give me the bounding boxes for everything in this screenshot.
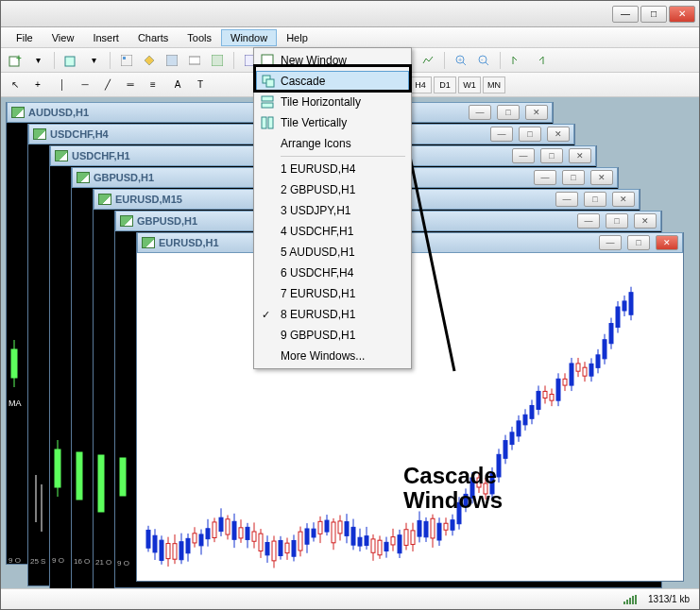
market-watch-icon[interactable] (116, 51, 137, 70)
menu-label: New Window (281, 54, 347, 67)
svg-rect-188 (262, 96, 273, 101)
menu-cascade[interactable]: Cascade (256, 71, 409, 92)
menu-label: Arrange Icons (281, 137, 351, 150)
minimize-button[interactable]: — (612, 6, 639, 23)
svg-text:-: - (481, 56, 484, 62)
fibonacci-icon[interactable]: ≡ (143, 76, 163, 94)
tile-horizontal-icon (259, 93, 276, 110)
menu-insert[interactable]: Insert (83, 29, 128, 46)
svg-rect-185 (262, 55, 273, 66)
menu-label: 2 GBPUSD,H1 (281, 183, 355, 196)
cursor-icon[interactable]: ↖ (5, 76, 26, 94)
menu-label: 3 USDJPY,H1 (281, 204, 350, 217)
menu-window-6[interactable]: 6 USDCHF,H4 (256, 263, 409, 283)
timeframe-d1[interactable]: D1 (434, 76, 456, 93)
horizontal-line-icon[interactable]: ─ (75, 76, 95, 94)
timeframe-w1[interactable]: W1 (458, 76, 481, 93)
vertical-line-icon[interactable]: │ (52, 76, 73, 94)
new-chart-icon[interactable]: + (5, 51, 26, 70)
connection-bars-icon (623, 595, 637, 604)
timeframe-mn[interactable]: MN (483, 76, 505, 93)
menu-tile-vertical[interactable]: Tile Vertically (256, 112, 409, 133)
annotation-label: Cascade Windows (403, 464, 503, 514)
window-controls: — □ ✕ (612, 6, 695, 23)
menu-tools[interactable]: Tools (178, 29, 221, 46)
maximize-button[interactable]: □ (640, 6, 667, 23)
menu-separator (281, 156, 405, 157)
menu-window-2[interactable]: 2 GBPUSD,H1 (256, 179, 409, 200)
menu-label: More Windows... (281, 349, 365, 363)
crosshair-icon[interactable]: + (27, 76, 48, 94)
terminal-icon[interactable] (184, 51, 205, 70)
menu-help[interactable]: Help (277, 29, 317, 46)
menu-label: 8 EURUSD,H1 (281, 308, 355, 321)
svg-rect-191 (268, 117, 273, 128)
zoom-in-icon[interactable]: + (451, 51, 471, 70)
svg-rect-4 (123, 57, 126, 59)
text-label-icon[interactable]: T (190, 76, 211, 94)
menu-window-4[interactable]: 4 USDCHF,H1 (256, 221, 409, 242)
annotation-line: Cascade (403, 464, 503, 488)
menu-window-5[interactable]: 5 AUDUSD,H1 (256, 242, 409, 263)
menu-window[interactable]: Window (221, 29, 277, 46)
svg-rect-7 (212, 55, 223, 66)
svg-rect-190 (262, 117, 266, 128)
menu-label: 1 EURUSD,H4 (281, 162, 355, 176)
annotation-line: Windows (403, 488, 503, 513)
menu-window-9[interactable]: 9 GBPUSD,H1 (256, 325, 409, 346)
statusbar: 1313/1 kb (1, 588, 699, 609)
menu-more-windows[interactable]: More Windows... (256, 346, 409, 366)
menu-file[interactable]: File (7, 29, 43, 46)
menu-arrange-icons[interactable]: Arrange Icons (256, 133, 409, 154)
strategy-tester-icon[interactable] (207, 51, 228, 70)
menubar: File View Insert Charts Tools Window Hel… (1, 27, 699, 48)
menu-window-7[interactable]: 7 EURUSD,H1 (256, 283, 409, 304)
menu-label: Tile Horizontally (281, 95, 361, 109)
svg-text:+: + (458, 57, 462, 63)
trendline-icon[interactable]: ╱ (97, 76, 118, 94)
svg-line-15 (463, 62, 466, 65)
navigator-icon[interactable] (139, 51, 160, 70)
tile-vertical-icon (259, 114, 276, 131)
menu-label: 7 EURUSD,H1 (281, 287, 355, 300)
text-icon[interactable]: A (167, 76, 188, 94)
menu-view[interactable]: View (43, 29, 84, 46)
menu-label: Tile Vertically (281, 116, 347, 129)
chart-shift-icon[interactable] (529, 51, 550, 70)
auto-scroll-icon[interactable] (506, 51, 527, 70)
zoom-out-icon[interactable]: - (473, 51, 494, 70)
menu-new-window[interactable]: New Window (256, 50, 409, 71)
svg-text:+: + (16, 54, 22, 63)
svg-rect-187 (266, 79, 274, 87)
new-window-icon (259, 52, 276, 69)
menu-tile-horizontal[interactable]: Tile Horizontally (256, 92, 409, 112)
menu-charts[interactable]: Charts (128, 29, 178, 46)
close-button[interactable]: ✕ (669, 6, 695, 23)
menu-label: 4 USDCHF,H1 (281, 225, 353, 238)
svg-rect-189 (262, 103, 273, 108)
menu-window-1[interactable]: 1 EURUSD,H4 (256, 159, 409, 179)
cascade-icon (260, 73, 277, 90)
window-menu-dropdown: New Window Cascade Tile Horizontally Til… (253, 47, 412, 369)
data-window-icon[interactable] (162, 51, 182, 70)
svg-rect-3 (121, 55, 132, 66)
svg-rect-2 (65, 57, 75, 66)
menu-label: 6 USDCHF,H4 (281, 266, 353, 280)
svg-rect-5 (166, 55, 178, 66)
chevron-down-icon[interactable]: ▾ (83, 51, 104, 70)
line-chart-icon[interactable] (418, 51, 438, 70)
timeframe-h4[interactable]: H4 (409, 76, 432, 93)
chevron-down-icon[interactable]: ▾ (27, 51, 48, 70)
profiles-icon[interactable] (60, 51, 81, 70)
svg-line-18 (486, 62, 488, 65)
menu-label: Cascade (281, 75, 325, 88)
svg-rect-6 (189, 57, 200, 64)
menu-label: 5 AUDUSD,H1 (281, 246, 355, 259)
check-icon: ✓ (262, 309, 270, 321)
connection-status: 1313/1 kb (648, 594, 690, 604)
app-titlebar: — □ ✕ (1, 1, 699, 27)
menu-window-3[interactable]: 3 USDJPY,H1 (256, 200, 409, 221)
menu-window-8[interactable]: ✓8 EURUSD,H1 (256, 304, 409, 325)
menu-label: 9 GBPUSD,H1 (281, 329, 355, 342)
channel-icon[interactable]: ═ (120, 76, 141, 94)
